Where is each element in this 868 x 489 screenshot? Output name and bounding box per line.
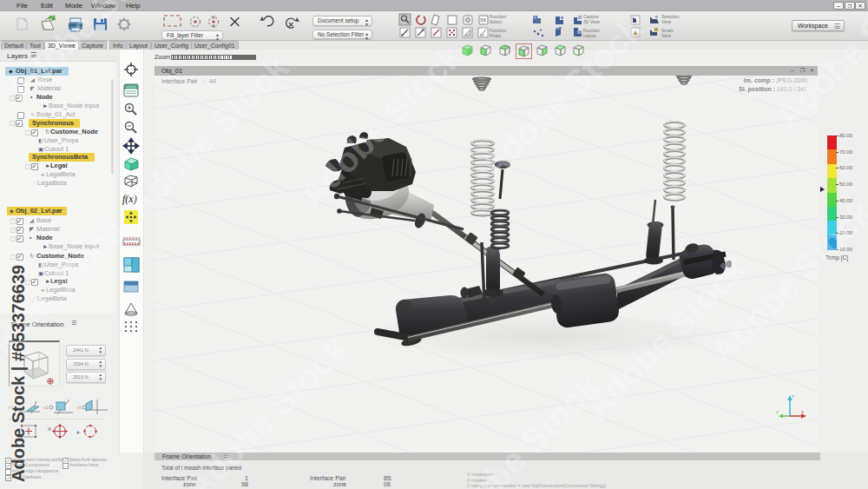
svg-text:+Z: +Z	[43, 406, 49, 410]
svg-text:5|6: 5|6	[480, 17, 486, 23]
svg-text:+X: +X	[76, 406, 82, 410]
svg-text:z: z	[792, 393, 794, 399]
svg-text:x: x	[801, 409, 804, 414]
svg-text:f(x): f(x)	[122, 193, 137, 205]
svg-text:y: y	[776, 409, 779, 414]
